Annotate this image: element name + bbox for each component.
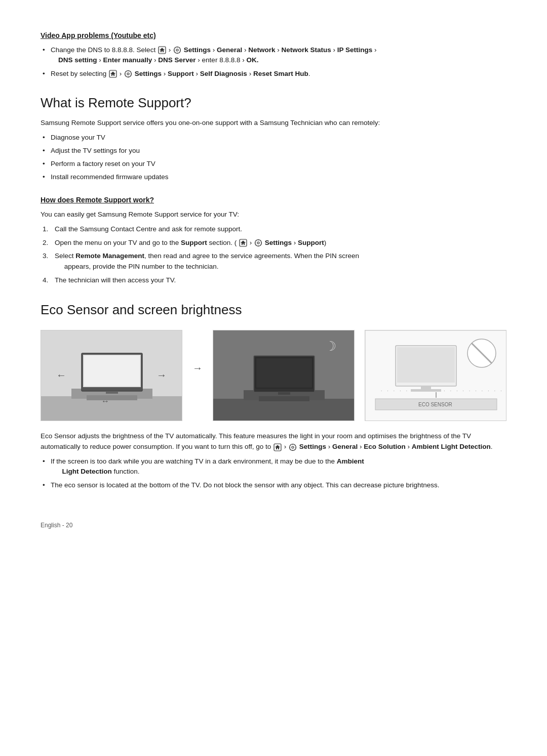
remote-support-section: What is Remote Support? Samsung Remote S… xyxy=(41,93,506,286)
step-2-num: 2. xyxy=(43,238,48,248)
svg-rect-29 xyxy=(278,392,290,395)
page-number: English - 20 xyxy=(41,522,72,529)
step-2-text: Open the menu on your TV and go to the S… xyxy=(55,239,326,246)
step-4-num: 4. xyxy=(43,275,48,286)
svg-text:←: ← xyxy=(56,369,66,381)
rs-bullet-2: Adjust the TV settings for you xyxy=(41,146,506,156)
svg-rect-22 xyxy=(213,399,355,421)
rs-bullet-1: Diagnose your TV xyxy=(41,133,506,143)
settings-icon-4 xyxy=(289,443,297,451)
step-4: 4. The technician will then access your … xyxy=(41,275,506,286)
eco-sensor-heading: Eco Sensor and screen brightness xyxy=(41,300,506,320)
step-3: 3. Select Remote Management, then read a… xyxy=(41,251,506,272)
step-1-text: Call the Samsung Contact Centre and ask … xyxy=(55,225,242,233)
video-app-heading: Video App problems (Youtube etc) xyxy=(41,30,506,41)
bullet1-chevron1: › xyxy=(169,46,173,54)
eco-bullet-1: If the screen is too dark while you are … xyxy=(41,456,506,477)
bullet2-chevron: › xyxy=(120,70,124,77)
how-does-steps: 1. Call the Samsung Contact Centre and a… xyxy=(41,224,506,286)
svg-text:☽: ☽ xyxy=(325,339,336,354)
eco-image-3: . . . . . . . . . . . . . . . . . . . . … xyxy=(365,330,506,421)
svg-rect-40 xyxy=(421,386,431,389)
settings-icon-2 xyxy=(124,70,132,78)
step-3-text: Select Remote Management, then read and … xyxy=(55,252,359,270)
settings-icon-3 xyxy=(254,239,262,247)
how-does-intro: You can easily get Samsung Remote Suppor… xyxy=(41,209,506,220)
home-icon-2 xyxy=(109,70,117,78)
rs-bullet-4: Install recommended firmware updates xyxy=(41,172,506,182)
eco-bullet1-post: function. xyxy=(114,468,140,475)
eco-body-text: Eco Sensor adjusts the brightness of the… xyxy=(41,431,506,452)
eco-image-1-svg: ← → ↔ xyxy=(41,330,182,421)
svg-text:↔: ↔ xyxy=(101,397,109,405)
video-app-bullet-1: Change the DNS to 8.8.8.8. Select › Sett… xyxy=(41,45,506,66)
svg-rect-17 xyxy=(106,391,118,394)
bullet2-pre: Reset by selecting xyxy=(51,70,108,77)
rs-bullet-3: Perform a factory reset on your TV xyxy=(41,159,506,169)
remote-support-bullets: Diagnose your TV Adjust the TV settings … xyxy=(41,133,506,183)
home-icon xyxy=(158,46,166,54)
eco-image-3-svg: . . . . . . . . . . . . . . . . . . . . … xyxy=(365,330,506,421)
home-icon-3 xyxy=(239,239,247,247)
svg-rect-39 xyxy=(397,347,455,383)
eco-image-2-svg: ☽ xyxy=(213,330,355,421)
remote-support-intro: Samsung Remote Support service offers yo… xyxy=(41,118,506,129)
svg-rect-30 xyxy=(256,358,312,388)
video-app-section: Video App problems (Youtube etc) Change … xyxy=(41,30,506,79)
svg-rect-13 xyxy=(87,395,137,400)
page-footer: English - 20 xyxy=(41,521,506,530)
eco-image-2: ☽ xyxy=(213,330,355,421)
svg-text:ECO SENSOR: ECO SENSOR xyxy=(418,402,452,407)
eco-images-container: ← → ↔ → ☽ xyxy=(41,330,506,421)
home-icon-4 xyxy=(274,443,282,451)
eco-bullet-2: The eco sensor is located at the bottom … xyxy=(41,480,506,490)
video-app-bullets: Change the DNS to 8.8.8.8. Select › Sett… xyxy=(41,45,506,79)
step-1-num: 1. xyxy=(43,224,48,235)
eco-sensor-section: Eco Sensor and screen brightness xyxy=(41,300,506,490)
eco-bullets: If the screen is too dark while you are … xyxy=(41,456,506,490)
bullet2-text: Settings › Support › Self Diagnosis › Re… xyxy=(135,70,310,77)
video-app-bullet-2: Reset by selecting › Settings › Support … xyxy=(41,69,506,79)
eco-bullet1-pre: If the screen is too dark while you are … xyxy=(51,457,335,465)
svg-rect-41 xyxy=(411,389,441,392)
step-3-num: 3. xyxy=(43,251,48,262)
step-1: 1. Call the Samsung Contact Centre and a… xyxy=(41,224,506,235)
svg-rect-26 xyxy=(259,396,309,401)
step-4-text: The technician will then access your TV. xyxy=(55,276,176,284)
svg-text:→: → xyxy=(157,369,167,381)
svg-text:. . . . . . . . . . . . . . . : . . . . . . . . . . . . . . . . . . . . xyxy=(380,388,503,392)
settings-icon-1 xyxy=(173,46,181,54)
bullet1-pre: Change the DNS to 8.8.8.8. Select xyxy=(51,46,158,54)
how-does-heading: How does Remote Support work? xyxy=(41,195,506,205)
eco-body-pre: Eco Sensor adjusts the brightness of the… xyxy=(41,432,471,450)
eco-image-1: ← → ↔ xyxy=(41,330,182,421)
image-arrow-1: → xyxy=(192,360,203,421)
step-2: 2. Open the menu on your TV and go to th… xyxy=(41,238,506,248)
svg-rect-16 xyxy=(84,356,140,386)
remote-support-heading: What is Remote Support? xyxy=(41,93,506,113)
